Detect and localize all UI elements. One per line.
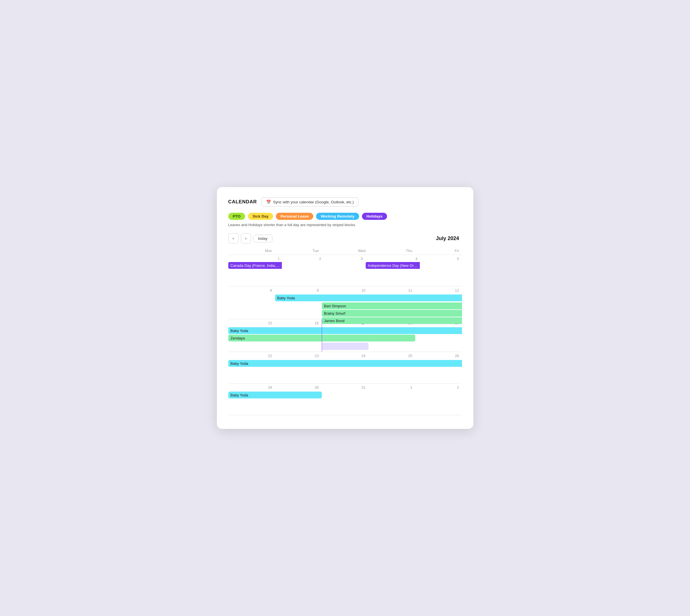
cell-4-3: 24	[322, 352, 369, 383]
week-1: 1 Canada Day (France, India,… 2 3 4 Inde…	[228, 255, 462, 286]
cell-2-1: 8	[228, 286, 275, 319]
week-2: 8 9 10 11 12 Baby Yoda Bart Simpson Brai…	[228, 286, 462, 319]
cell-1-1: 1 Canada Day (France, India,…	[228, 255, 283, 286]
col-wed: Wed	[322, 249, 369, 255]
calendar-title: CALENDAR	[228, 199, 257, 205]
col-mon: Mon	[228, 249, 275, 255]
next-icon: ›	[245, 236, 247, 241]
col-fri: Fri	[415, 249, 462, 255]
legend-chip-sick: Sick Day	[248, 213, 273, 220]
nav-row: ‹ › today July 2024	[228, 233, 462, 243]
col-thu: Thu	[369, 249, 415, 255]
cell-5-5: 2	[415, 383, 462, 415]
legend-chip-holiday: Holidays	[362, 213, 387, 220]
cell-2-2: 9	[275, 286, 322, 319]
cell-4-5: 26	[415, 352, 462, 383]
cell-5-3: 31	[322, 383, 369, 415]
col-tue: Tue	[275, 249, 322, 255]
legend-chip-remote: Working Remotely	[316, 213, 359, 220]
cell-3-2: 16	[275, 319, 322, 352]
cell-5-2: 30	[275, 383, 322, 415]
week-5: 29 30 31 1 2 Baby Yoda	[228, 383, 462, 415]
legend-note: Leaves and Holidays shorter than a full …	[228, 223, 462, 227]
legend-chip-pto: PTO	[228, 213, 245, 220]
cell-4-4: 25	[369, 352, 415, 383]
cell-2-4: 11	[369, 286, 415, 319]
cell-1-5: 5	[420, 255, 462, 286]
cell-3-4: 18	[369, 319, 415, 352]
month-title: July 2024	[436, 236, 459, 242]
cell-2-5: 12	[415, 286, 462, 319]
cell-1-3: 3	[324, 255, 366, 286]
event-independence-day: Independence Day (New Or…	[366, 262, 420, 269]
prev-button[interactable]: ‹	[228, 233, 238, 243]
next-button[interactable]: ›	[241, 233, 251, 243]
calendar-grid: Mon Tue Wed Thu Fri 1 Canada Day (France…	[228, 249, 462, 415]
cell-2-3: 10	[322, 286, 369, 319]
cell-5-4: 1	[369, 383, 415, 415]
cell-4-1: 22	[228, 352, 275, 383]
calendar-icon: 📅	[266, 200, 271, 204]
cell-4-2: 23	[275, 352, 322, 383]
event-canada-day: Canada Day (France, India,…	[228, 262, 282, 269]
legend-chip-personal: Personal Leave	[276, 213, 313, 220]
cell-1-4: 4 Independence Day (New Or…	[366, 255, 420, 286]
prev-icon: ‹	[233, 236, 234, 241]
cell-3-1: 15	[228, 319, 275, 352]
cell-5-1: 29	[228, 383, 275, 415]
cell-1-2: 2	[283, 255, 324, 286]
sync-button[interactable]: 📅 Sync with your calendar (Google, Outlo…	[262, 197, 358, 206]
today-button[interactable]: today	[253, 235, 272, 242]
week-4: 22 23 24 25 26 Baby Yoda	[228, 352, 462, 383]
cell-3-3: 17	[322, 319, 369, 352]
legend-row: PTO Sick Day Personal Leave Working Remo…	[228, 213, 462, 220]
header-row: CALENDAR 📅 Sync with your calendar (Goog…	[228, 197, 462, 206]
calendar-header: Mon Tue Wed Thu Fri	[228, 249, 462, 255]
week-3: 15 16 17 18 19 Baby Yoda Zendaya	[228, 319, 462, 352]
cell-3-5: 19	[415, 319, 462, 352]
calendar-card: CALENDAR 📅 Sync with your calendar (Goog…	[217, 187, 474, 429]
